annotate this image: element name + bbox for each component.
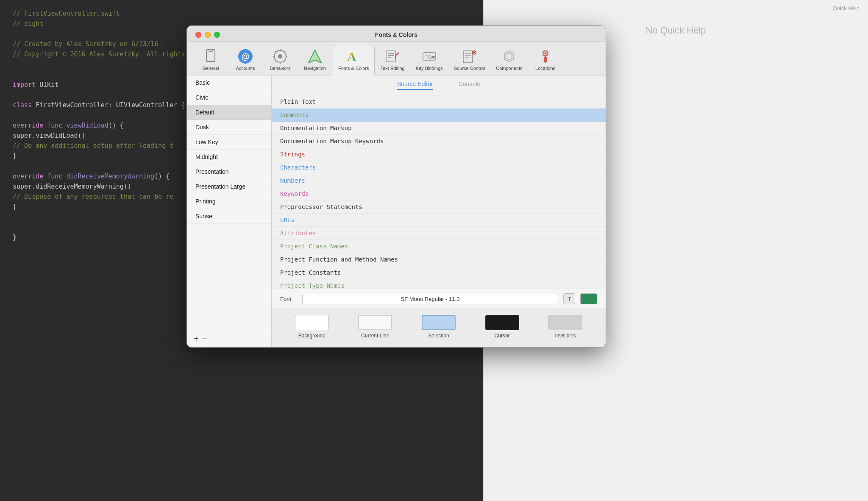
general-icon [203,49,218,64]
syntax-row-documentation-markup[interactable]: Documentation Markup [272,122,606,135]
invisibles-swatch[interactable] [548,315,582,330]
title-bar: Fonts & Colors [187,26,606,42]
sub-tabs: Source Editor Console [272,75,606,95]
current-line-swatch[interactable] [358,315,392,330]
syntax-row-attributes[interactable]: Attributes [272,227,606,240]
cursor-swatch[interactable] [485,315,519,330]
theme-item-default[interactable]: Default [187,105,271,120]
invisibles-swatch-group: Invisibles [548,315,582,339]
tab-text-editing[interactable]: Text Editing [376,45,410,75]
selection-label: Selection [428,333,449,339]
maximize-button[interactable] [214,32,220,38]
fonts-colors-label: Fonts & Colors [338,66,369,71]
components-icon [501,49,517,64]
svg-line-11 [275,61,276,61]
source-control-icon [462,49,477,64]
font-picker-button[interactable]: T [563,293,575,304]
svg-text:A: A [347,50,356,64]
right-panel: Source Editor Console Plain Text Comment… [272,75,606,347]
tab-key-bindings[interactable]: ⌥ on Key Bindings [411,45,448,75]
content-area: Basic Civic Default Dusk Low Key Midnigh… [187,75,606,347]
tab-general[interactable]: General [194,45,228,75]
syntax-row-urls[interactable]: URLs [272,214,606,227]
font-color-swatch[interactable] [580,293,597,304]
general-label: General [202,66,219,71]
preferences-modal: Fonts & Colors General @ Accounts [186,25,606,348]
syntax-row-numbers[interactable]: Numbers [272,174,606,187]
invisibles-label: Invisibles [555,333,576,339]
source-control-label: Source Control [454,66,485,71]
syntax-row-keywords[interactable]: Keywords [272,187,606,200]
theme-item-basic[interactable]: Basic [187,75,271,90]
tab-behaviors[interactable]: Behaviors [263,45,297,75]
theme-item-printing[interactable]: Printing [187,194,271,209]
key-bindings-icon: ⌥ on [422,49,437,64]
svg-rect-15 [386,51,395,62]
syntax-row-project-constants[interactable]: Project Constants [272,266,606,279]
close-button[interactable] [195,32,201,38]
font-row: Font T [272,289,606,309]
syntax-row-plain-text[interactable]: Plain Text [272,95,606,109]
syntax-row-project-function[interactable]: Project Function and Method Names [272,253,606,266]
cursor-label: Cursor [495,333,510,339]
tab-locations[interactable]: Locations [529,45,562,75]
svg-line-10 [284,51,285,52]
text-editing-label: Text Editing [381,66,405,71]
svg-line-8 [275,51,276,52]
tab-accounts[interactable]: @ Accounts [228,45,262,75]
theme-item-sunset[interactable]: Sunset [187,209,271,224]
syntax-row-project-type[interactable]: Project Type Names [272,279,606,289]
syntax-row-characters[interactable]: Characters [272,161,606,174]
locations-icon [538,49,553,64]
font-value-input[interactable] [302,294,558,304]
current-line-label: Current Line [361,333,389,339]
syntax-table: Plain Text Comments Documentation Markup… [272,95,606,289]
theme-item-midnight[interactable]: Midnight [187,150,271,164]
syntax-row-strings[interactable]: Strings [272,148,606,161]
theme-sidebar: Basic Civic Default Dusk Low Key Midnigh… [187,75,272,347]
svg-point-3 [278,54,282,58]
svg-rect-24 [463,51,473,63]
remove-theme-button[interactable]: − [202,334,207,343]
accounts-label: Accounts [236,66,255,71]
svg-marker-13 [309,50,321,63]
syntax-row-preprocessor[interactable]: Preprocessor Statements [272,200,606,214]
background-label: Background [298,333,326,339]
fonts-colors-icon: A [346,49,361,64]
svg-marker-31 [506,53,512,60]
theme-item-low-key[interactable]: Low Key [187,135,271,150]
cursor-swatch-group: Cursor [485,315,519,339]
tab-console[interactable]: Console [459,81,480,90]
theme-item-civic[interactable]: Civic [187,90,271,105]
bottom-swatches: Background Current Line Selection Cursor [272,309,606,347]
text-editing-icon [385,49,400,64]
selection-swatch-group: Selection [422,315,456,339]
modal-title: Fonts & Colors [375,31,417,38]
tab-source-editor[interactable]: Source Editor [397,81,433,90]
selection-swatch[interactable] [422,315,456,330]
minimize-button[interactable] [205,32,211,38]
syntax-row-documentation-markup-keywords[interactable]: Documentation Markup Keywords [272,135,606,148]
navigation-icon [307,49,323,64]
locations-label: Locations [535,66,555,71]
theme-item-presentation[interactable]: Presentation [187,164,271,179]
tab-components[interactable]: Components [491,45,527,75]
preferences-toolbar: General @ Accounts [187,42,606,75]
tab-source-control[interactable]: Source Control [449,45,490,75]
accounts-icon: @ [238,49,253,64]
svg-line-9 [284,61,285,61]
tab-navigation[interactable]: Navigation [298,45,332,75]
behaviors-icon [273,49,288,64]
navigation-label: Navigation [304,66,326,71]
quick-help-title: Quick Help [484,0,868,17]
background-swatch[interactable] [295,315,329,330]
theme-buttons: + − [187,330,271,347]
theme-item-presentation-large[interactable]: Presentation Large [187,179,271,194]
syntax-row-project-class[interactable]: Project Class Names [272,240,606,253]
syntax-row-comments[interactable]: Comments [272,109,606,122]
add-theme-button[interactable]: + [194,334,199,343]
svg-point-29 [473,52,475,53]
tab-fonts-colors[interactable]: A Fonts & Colors [333,45,375,75]
key-bindings-label: Key Bindings [416,66,443,71]
theme-item-dusk[interactable]: Dusk [187,120,271,135]
